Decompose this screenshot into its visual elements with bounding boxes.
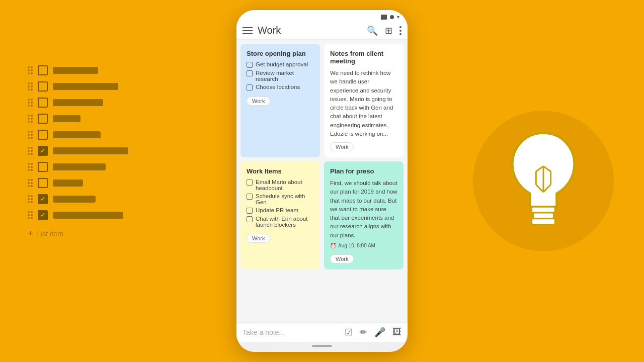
checklist-row bbox=[28, 81, 128, 92]
lightbulb-icon bbox=[498, 126, 589, 236]
layout-button[interactable]: ⊞ bbox=[385, 25, 392, 36]
note-title: Store opening plan bbox=[247, 50, 314, 57]
list-item-bar bbox=[53, 163, 106, 170]
app-bar: Work 🔍 ⊞ bbox=[236, 22, 408, 40]
drag-handle-icon bbox=[28, 211, 33, 219]
list-checkbox[interactable] bbox=[38, 146, 48, 156]
checkbox[interactable] bbox=[247, 216, 253, 222]
alarm-icon: ⏰ bbox=[330, 243, 336, 248]
checklist-row bbox=[28, 130, 128, 140]
app-title: Work bbox=[258, 25, 281, 36]
note-work-items[interactable]: Work Items Email Mario about headcount S… bbox=[240, 161, 320, 269]
list-checkbox[interactable] bbox=[38, 194, 48, 204]
new-checklist-button[interactable]: ☑ bbox=[345, 327, 353, 338]
svg-rect-0 bbox=[532, 207, 555, 213]
image-button[interactable]: 🖼 bbox=[392, 327, 401, 338]
notes-grid: Store opening plan Get budget approval R… bbox=[236, 40, 408, 322]
home-bar bbox=[312, 345, 332, 347]
lightbulb-decoration bbox=[473, 111, 614, 251]
take-note-input[interactable]: Take a note... bbox=[243, 328, 345, 336]
drawing-button[interactable]: ✏ bbox=[360, 327, 367, 338]
list-checkbox[interactable] bbox=[38, 65, 48, 75]
list-checkbox[interactable] bbox=[38, 178, 48, 188]
note-title: Work Items bbox=[247, 167, 314, 175]
drag-handle-icon bbox=[28, 131, 33, 139]
list-checkbox[interactable] bbox=[38, 98, 48, 108]
checklist-row bbox=[28, 210, 128, 220]
checklist-row bbox=[28, 146, 128, 156]
list-item-bar bbox=[53, 115, 80, 122]
drag-handle-icon bbox=[28, 195, 33, 203]
list-item-bar bbox=[53, 196, 96, 203]
svg-rect-2 bbox=[532, 219, 555, 225]
list-checkbox[interactable] bbox=[38, 210, 48, 220]
checklist-row bbox=[28, 65, 128, 75]
search-button[interactable]: 🔍 bbox=[367, 25, 378, 36]
checklist-row bbox=[28, 114, 128, 124]
checklist-item: Get budget approval bbox=[247, 61, 314, 68]
list-item-bar bbox=[53, 131, 101, 138]
checklist-item: Review market research bbox=[247, 70, 314, 82]
voice-button[interactable]: 🎤 bbox=[374, 327, 385, 338]
note-client-meeting[interactable]: Notes from client meeting We need to ret… bbox=[324, 44, 404, 157]
note-alarm: ⏰ Aug 10, 8:00 AM bbox=[330, 243, 397, 248]
checklist-item: Email Mario about headcount bbox=[247, 179, 314, 191]
note-body: First, we should talk about our plan for… bbox=[330, 179, 397, 240]
drag-handle-icon bbox=[28, 115, 33, 123]
list-checkbox[interactable] bbox=[38, 162, 48, 172]
wifi-icon: ▾ bbox=[397, 14, 399, 20]
note-tag[interactable]: Work bbox=[330, 142, 354, 151]
signal-dot bbox=[390, 15, 394, 19]
drag-handle-icon bbox=[28, 82, 33, 90]
checkbox[interactable] bbox=[247, 208, 253, 214]
checkbox[interactable] bbox=[247, 62, 253, 68]
drag-handle-icon bbox=[28, 179, 33, 187]
battery-icon bbox=[381, 15, 387, 20]
list-item-bar bbox=[53, 147, 128, 154]
checkbox[interactable] bbox=[247, 194, 253, 200]
list-item-bar bbox=[53, 67, 98, 74]
checklist-item: Choose locations bbox=[247, 84, 314, 90]
hamburger-menu-button[interactable] bbox=[243, 27, 253, 34]
list-item-bar bbox=[53, 83, 118, 90]
more-options-button[interactable] bbox=[399, 26, 401, 35]
note-tag[interactable]: Work bbox=[330, 254, 354, 263]
checklist-row bbox=[28, 178, 128, 188]
bottom-bar: Take a note... ☑ ✏ 🎤 🖼 bbox=[236, 322, 408, 342]
checkbox[interactable] bbox=[247, 179, 253, 186]
checklist-row bbox=[28, 162, 128, 172]
note-tag[interactable]: Work bbox=[247, 234, 270, 243]
checklist-item: Update PR team bbox=[247, 207, 314, 214]
list-item-bar bbox=[53, 179, 83, 187]
checklist-item: Chat with Erin about launch blockers bbox=[247, 216, 314, 228]
note-title: Notes from client meeting bbox=[330, 50, 397, 65]
list-checkbox[interactable] bbox=[38, 130, 48, 140]
list-item-bar bbox=[53, 212, 123, 219]
checklist-row bbox=[28, 98, 128, 108]
left-checklist: +List item bbox=[28, 65, 128, 239]
checkbox[interactable] bbox=[247, 84, 253, 90]
status-bar: ▾ bbox=[236, 10, 408, 22]
add-list-item-button[interactable]: +List item bbox=[28, 228, 128, 239]
home-indicator bbox=[236, 342, 408, 352]
phone: ▾ Work 🔍 ⊞ S bbox=[236, 10, 408, 352]
note-body: We need to rethink how we handle user ex… bbox=[330, 69, 397, 138]
list-checkbox[interactable] bbox=[38, 81, 48, 92]
drag-handle-icon bbox=[28, 66, 33, 74]
note-plan-for-preso[interactable]: Plan for preso First, we should talk abo… bbox=[324, 161, 404, 269]
note-tag[interactable]: Work bbox=[247, 97, 270, 106]
svg-rect-1 bbox=[533, 213, 553, 219]
list-checkbox[interactable] bbox=[38, 114, 48, 124]
drag-handle-icon bbox=[28, 99, 33, 107]
checklist-row bbox=[28, 194, 128, 204]
drag-handle-icon bbox=[28, 147, 33, 155]
checklist-item: Schedule sync with Gen bbox=[247, 193, 314, 205]
note-title: Plan for preso bbox=[330, 167, 397, 175]
checkbox[interactable] bbox=[247, 70, 253, 76]
bottom-icons: ☑ ✏ 🎤 🖼 bbox=[345, 327, 401, 338]
note-store-opening-plan[interactable]: Store opening plan Get budget approval R… bbox=[240, 44, 320, 157]
list-item-bar bbox=[53, 99, 103, 106]
drag-handle-icon bbox=[28, 163, 33, 171]
lightbulb-circle bbox=[473, 111, 614, 251]
